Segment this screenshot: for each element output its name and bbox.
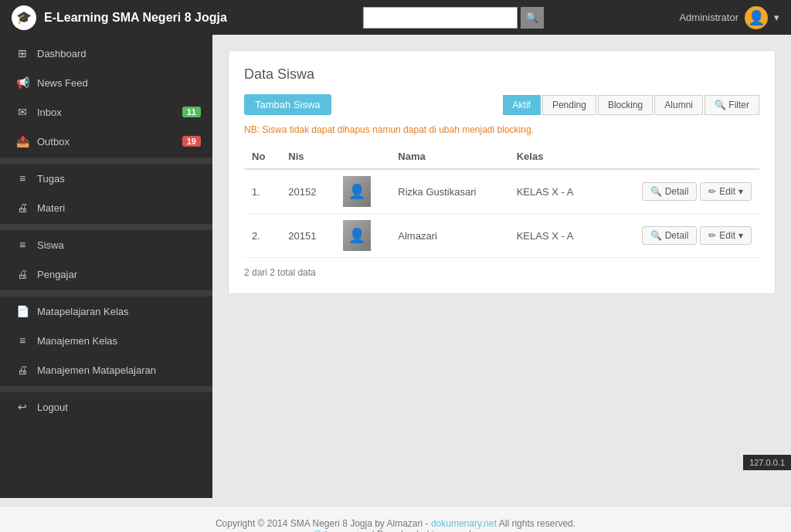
footer: Copyright © 2014 SMA Negeri 8 Jogja by A… [0,506,791,532]
add-student-button[interactable]: Tambah Siswa [244,94,331,115]
sidebar-item-logout[interactable]: ↩ Logout [0,392,212,422]
cell-photo: 👤 [335,214,390,258]
sidebar-divider-1 [0,158,212,164]
sidebar-label-matapelajaran-kelas: Matapelajaran Kelas [37,306,129,317]
news-feed-icon: 📢 [15,76,29,89]
filter-blocking[interactable]: Blocking [598,95,653,115]
filter-pending[interactable]: Pending [542,95,596,115]
col-nama: Nama [390,144,508,169]
footer-text: Copyright © 2014 SMA Negeri 8 Jogja by A… [12,518,779,529]
cell-nama: Almazari [390,214,508,258]
avatar: 👤 [745,6,768,29]
cell-photo: 👤 [335,169,390,214]
sidebar-item-dashboard[interactable]: ⊞ Dashboard [0,39,212,68]
manajemen-matapelajaran-icon: 🖨 [15,364,29,376]
sidebar-item-tugas[interactable]: ≡ Tugas [0,164,212,193]
action-buttons: 🔍 Detail ✏ Edit ▾ [608,182,752,201]
search-button[interactable]: 🔍 [521,7,544,29]
sidebar-item-manajemen-kelas[interactable]: ≡ Manajemen Kelas [0,326,212,355]
brand-title: E-Learning SMA Negeri 8 Jogja [44,11,227,25]
pengajar-icon: 🖨 [15,268,29,280]
sidebar-section-siswa: ≡ Siswa 🖨 Pengajar [0,230,212,289]
inbox-badge: 11 [182,107,201,117]
filter-button[interactable]: 🔍 Filter [704,95,759,115]
footer-dev: @dev version | Page loaded in seconds. [12,529,779,532]
toolbar: Tambah Siswa Aktif Pending Blocking Alum… [244,94,759,115]
detail-button[interactable]: 🔍 Detail [642,182,698,201]
col-nis: Nis [280,144,335,169]
cell-kelas: KELAS X - A [509,214,601,258]
chevron-down-icon: ▾ [738,186,743,197]
sidebar-item-materi[interactable]: 🖨 Materi [0,193,212,222]
edit-button[interactable]: ✏ Edit ▾ [700,226,752,245]
sidebar-label-news-feed: News Feed [37,77,88,89]
header: 🎓 E-Learning SMA Negeri 8 Jogja 🔍 Admini… [0,0,791,35]
filter-icon: 🔍 [715,100,728,110]
sidebar-item-matapelajaran-kelas[interactable]: 📄 Matapelajaran Kelas [0,296,212,326]
sidebar-item-inbox[interactable]: ✉ Inbox 11 [0,97,212,127]
sidebar-item-outbox[interactable]: 📤 Outbox 19 [0,127,212,156]
sidebar-item-siswa[interactable]: ≡ Siswa [0,230,212,259]
materi-icon: 🖨 [15,202,29,214]
filter-alumni[interactable]: Alumni [654,95,703,115]
page-title: Data Siswa [244,66,759,83]
brand: 🎓 E-Learning SMA Negeri 8 Jogja [12,5,227,30]
outbox-icon: 📤 [15,135,29,147]
chevron-down-icon: ▾ [738,230,743,241]
brand-logo: 🎓 [12,5,36,30]
sidebar-item-pengajar[interactable]: 🖨 Pengajar [0,259,212,289]
copyright-text: Copyright © 2014 SMA Negeri 8 Jogja by A… [216,518,431,529]
inbox-icon: ✉ [15,106,29,118]
search-icon: 🔍 [650,186,662,197]
main-content: Data Siswa Tambah Siswa Aktif Pending Bl… [212,35,791,498]
sidebar-label-inbox: Inbox [37,107,62,118]
matapelajaran-kelas-icon: 📄 [15,305,29,317]
user-dropdown-toggle[interactable]: ▾ [774,12,779,23]
sidebar-divider-4 [0,386,212,392]
logout-icon: ↩ [15,401,29,413]
dashboard-icon: ⊞ [15,47,29,59]
detail-button[interactable]: 🔍 Detail [642,226,698,245]
main-layout: ⊞ Dashboard 📢 News Feed ✉ Inbox 11 📤 Out… [0,35,791,498]
action-buttons: 🔍 Detail ✏ Edit ▾ [608,226,752,245]
cell-no: 2. [244,214,280,258]
content-card: Data Siswa Tambah Siswa Aktif Pending Bl… [228,50,776,294]
table-header-row: No Nis Nama Kelas [244,144,759,169]
cell-no: 1. [244,169,280,214]
sidebar-item-manajemen-matapelajaran[interactable]: 🖨 Manajemen Matapelajaran [0,355,212,385]
sidebar-label-siswa: Siswa [37,239,64,251]
col-actions [600,144,759,169]
sidebar-label-pengajar: Pengajar [37,269,77,280]
sidebar-divider-3 [0,290,212,296]
dev-version-link[interactable]: @dev version [313,529,370,532]
page-load-text: | Page loaded in seconds. [369,529,478,532]
col-photo [335,144,390,169]
sidebar-label-materi: Materi [37,202,65,214]
cell-actions: 🔍 Detail ✏ Edit ▾ [600,169,759,214]
sidebar: ⊞ Dashboard 📢 News Feed ✉ Inbox 11 📤 Out… [0,35,212,498]
rights-text: All rights reserved. [497,518,575,529]
user-info: Administrator 👤 ▾ [679,6,779,29]
student-photo: 👤 [343,176,371,207]
filter-group: Aktif Pending Blocking Alumni 🔍 Filter [503,95,759,115]
search-input[interactable] [363,7,518,29]
sidebar-label-logout: Logout [37,402,68,413]
sidebar-section-logout: ↩ Logout [0,392,212,422]
footer-link[interactable]: dokumenary.net [431,518,497,529]
search-bar: 🔍 [363,7,544,29]
sidebar-item-news-feed[interactable]: 📢 News Feed [0,68,212,97]
col-kelas: Kelas [509,144,601,169]
students-table: No Nis Nama Kelas 1. 20152 👤 Rizka Gusti… [244,144,759,258]
cell-actions: 🔍 Detail ✏ Edit ▾ [600,214,759,258]
filter-aktif[interactable]: Aktif [503,95,541,115]
cell-nis: 20151 [280,214,335,258]
edit-button[interactable]: ✏ Edit ▾ [700,182,752,201]
notice-text: NB: Siswa tidak dapat dihapus namun dapa… [244,124,759,135]
sidebar-section-management: 📄 Matapelajaran Kelas ≡ Manajemen Kelas … [0,296,212,385]
sidebar-section-middle: ≡ Tugas 🖨 Materi [0,164,212,222]
sidebar-label-tugas: Tugas [37,173,65,185]
cell-kelas: KELAS X - A [509,169,601,214]
table-row: 2. 20151 👤 Almazari KELAS X - A 🔍 Detail… [244,214,759,258]
sidebar-label-outbox: Outbox [37,136,70,147]
username: Administrator [679,12,738,23]
